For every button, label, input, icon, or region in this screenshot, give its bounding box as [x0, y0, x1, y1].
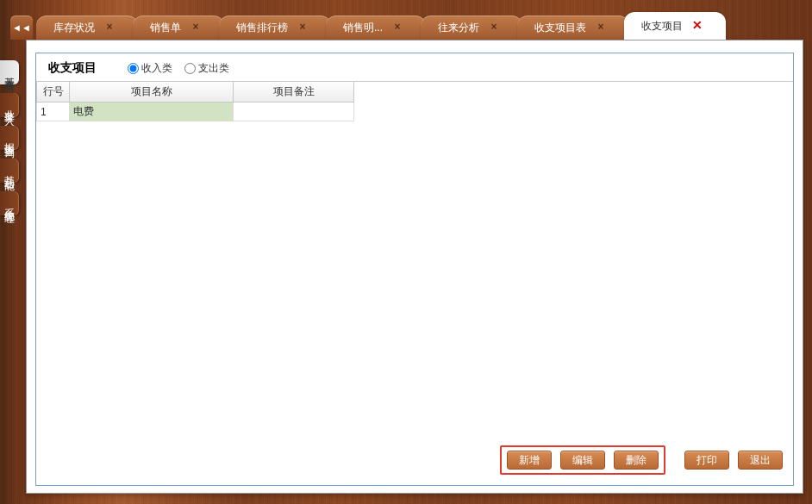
close-icon[interactable]: ×	[103, 22, 116, 34]
tabstrip: ◄◄ 库存状况 × 销售单 × 销售排行榜 × 销售明... × 往来分析 × …	[0, 12, 812, 40]
close-icon[interactable]: ×	[297, 22, 309, 34]
button-bar: 新增 编辑 删除 打印 退出	[500, 445, 783, 475]
cell-name[interactable]: 电费	[70, 103, 234, 121]
panel-title: 收支项目	[48, 60, 97, 76]
print-button[interactable]: 打印	[684, 451, 729, 470]
tab-transaction-analysis[interactable]: 往来分析 ×	[421, 16, 522, 40]
delete-button[interactable]: 删除	[614, 451, 659, 470]
col-name[interactable]: 项目名称	[70, 82, 234, 103]
tab-label: 库存状况	[53, 21, 95, 35]
rail-label: 基本资料	[3, 69, 16, 76]
tab-scroll-left[interactable]: ◄◄	[10, 16, 33, 40]
radio-expense[interactable]: 支出类	[184, 61, 229, 76]
tab-label: 销售明...	[343, 21, 383, 35]
radio-income[interactable]: 收入类	[128, 61, 172, 76]
tab-sales-order[interactable]: 销售单 ×	[133, 16, 224, 40]
grid-header-row: 行号 项目名称 项目备注	[37, 82, 354, 103]
table-row[interactable]: 1 电费	[37, 103, 354, 121]
rail-report-query[interactable]: 报表查询	[0, 126, 19, 150]
tab-label: 收支项目表	[534, 21, 586, 35]
tab-income-expense-item[interactable]: 收支项目 ✕	[624, 12, 726, 40]
chevron-left-icon: ◄◄	[12, 22, 31, 33]
cell-remark[interactable]	[234, 103, 354, 121]
radio-income-label: 收入类	[141, 61, 172, 76]
radio-expense-label: 支出类	[198, 61, 229, 76]
close-icon[interactable]: ×	[595, 22, 607, 34]
col-row[interactable]: 行号	[37, 82, 70, 103]
tab-label: 销售排行榜	[236, 21, 288, 35]
rail-system-management[interactable]: 系统管理	[0, 191, 19, 215]
tab-label: 往来分析	[438, 21, 479, 35]
col-remark[interactable]: 项目备注	[234, 82, 354, 103]
tab-label: 收支项目	[641, 19, 683, 34]
close-icon[interactable]: ×	[391, 22, 403, 34]
add-button[interactable]: 新增	[507, 451, 552, 470]
tab-sales-ranking[interactable]: 销售排行榜 ×	[219, 16, 331, 40]
tab-sales-detail[interactable]: 销售明... ×	[326, 16, 426, 40]
rail-label: 报表查询	[3, 134, 16, 141]
main-panel: 收支项目 收入类 支出类 行号 项	[26, 40, 803, 494]
panel-header: 收支项目 收入类 支出类	[36, 53, 793, 81]
rail-business-entry[interactable]: 业务录入	[0, 93, 19, 117]
type-radio-group: 收入类 支出类	[128, 61, 229, 76]
radio-income-input[interactable]	[128, 63, 139, 74]
rail-other-functions[interactable]: 其它功能	[0, 159, 19, 183]
close-icon[interactable]: ×	[488, 22, 500, 34]
rail-label: 业务录入	[3, 102, 16, 109]
tab-label: 销售单	[150, 21, 181, 35]
side-rail: 基本资料 业务录入 报表查询 其它功能 系统管理	[0, 52, 19, 504]
tab-inventory[interactable]: 库存状况 ×	[36, 16, 138, 40]
exit-button[interactable]: 退出	[738, 451, 783, 470]
crud-highlight: 新增 编辑 删除	[500, 445, 665, 475]
rail-label: 其它功能	[3, 167, 16, 174]
close-icon[interactable]: ×	[190, 22, 202, 34]
rail-basic-data[interactable]: 基本资料	[0, 60, 19, 84]
tab-income-expense-table[interactable]: 收支项目表 ×	[517, 16, 629, 40]
close-icon[interactable]: ✕	[691, 20, 703, 32]
edit-button[interactable]: 编辑	[560, 451, 605, 470]
cell-row: 1	[37, 103, 70, 121]
panel-inner: 收支项目 收入类 支出类 行号 项	[35, 53, 794, 486]
rail-label: 系统管理	[3, 200, 16, 207]
radio-expense-input[interactable]	[184, 63, 196, 74]
items-grid: 行号 项目名称 项目备注 1 电费	[36, 81, 793, 121]
